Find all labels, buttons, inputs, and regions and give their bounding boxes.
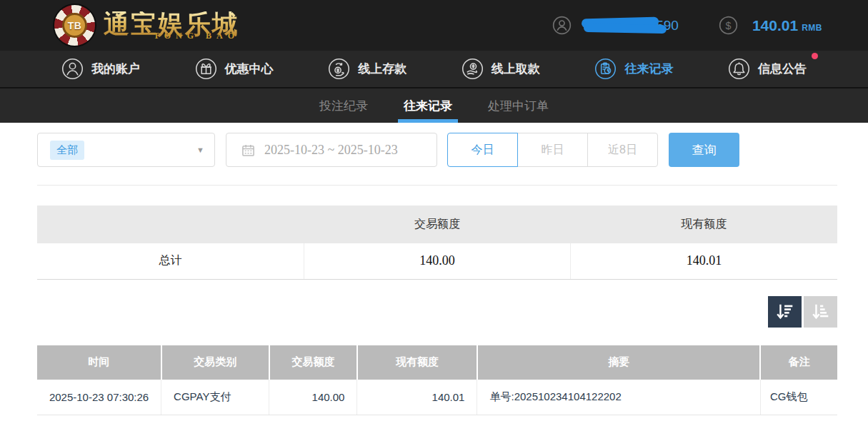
- record-note: CG钱包: [760, 380, 837, 415]
- site-logo[interactable]: TB 通宝娱乐城 TONG BAO: [54, 5, 239, 46]
- summary-current-amount: 140.01: [571, 243, 837, 279]
- sub-nav: 投注纪录 往来记录 处理中订单: [0, 87, 868, 123]
- main-nav: 我的账户 优惠中心 线上存款 线上取款: [0, 51, 868, 87]
- nav-item-transaction-records[interactable]: 往来记录: [594, 58, 673, 80]
- nav-item-promotions[interactable]: 优惠中心: [195, 58, 274, 80]
- type-select-value: 全部: [50, 141, 84, 160]
- bell-icon: [728, 58, 750, 80]
- account-area: 590 $ 140.01 RMB: [552, 16, 822, 35]
- chip-monogram: TB: [62, 13, 87, 38]
- summary-header-row: 交易额度 现有额度: [37, 206, 837, 243]
- summary-header-empty: [37, 206, 304, 243]
- records-header-note: 备注: [760, 345, 837, 380]
- notification-dot: [812, 53, 818, 59]
- tab-transaction-records[interactable]: 往来记录: [402, 88, 454, 123]
- search-button[interactable]: 查询: [669, 133, 739, 167]
- quick-range-group: 今日 昨日 近8日: [447, 133, 658, 167]
- record-type: CGPAY支付: [161, 380, 269, 415]
- records-header-type: 交易类别: [161, 345, 269, 380]
- range-last8days-button[interactable]: 近8日: [587, 133, 658, 167]
- user-icon: [61, 58, 84, 80]
- clipboard-clock-icon: [594, 58, 617, 80]
- sort-controls: [37, 296, 837, 328]
- top-bar: TB 通宝娱乐城 TONG BAO 590 $ 140.01 RMB: [0, 0, 868, 51]
- sort-descending-icon: [774, 301, 796, 323]
- nav-item-deposit[interactable]: 线上存款: [328, 58, 406, 80]
- user-circle-icon: [552, 16, 572, 35]
- record-trade-amount: 140.00: [269, 380, 357, 415]
- sort-ascending-icon: [810, 301, 832, 323]
- svg-text:$: $: [725, 20, 731, 31]
- username[interactable]: 590: [582, 17, 679, 34]
- dollar-circle-icon: $: [719, 16, 738, 35]
- records-header-current-amount: 现有额度: [357, 345, 477, 380]
- sort-descending-button[interactable]: [768, 296, 802, 328]
- summary-header-trade-amount: 交易额度: [304, 206, 570, 243]
- chevron-down-icon: ▼: [196, 146, 204, 154]
- records-table: 时间 交易类别 交易额度 现有额度 摘要 备注 2025-10-23 07:30…: [37, 345, 837, 416]
- summary-total-row: 总计 140.00 140.01: [37, 243, 837, 279]
- balance-amount: 140.01: [752, 17, 798, 34]
- summary-header-current-amount: 现有额度: [571, 206, 837, 243]
- gift-icon: [195, 58, 217, 80]
- nav-item-my-account[interactable]: 我的账户: [61, 58, 140, 80]
- calendar-icon: [241, 143, 255, 157]
- nav-item-withdraw[interactable]: 线上取款: [462, 58, 540, 80]
- tab-pending-orders[interactable]: 处理中订单: [487, 88, 550, 123]
- redacted-username: [582, 17, 659, 34]
- balance-currency: RMB: [802, 23, 822, 33]
- records-header-trade-amount: 交易额度: [269, 345, 357, 380]
- sort-ascending-button[interactable]: [804, 296, 837, 328]
- date-range-input[interactable]: 2025-10-23 ~ 2025-10-23: [226, 133, 437, 167]
- poker-chip-logo-icon: TB: [54, 5, 95, 46]
- tab-bet-records[interactable]: 投注纪录: [318, 88, 369, 123]
- summary-trade-amount: 140.00: [304, 243, 570, 279]
- deposit-hand-coin-icon: [328, 58, 350, 80]
- record-time: 2025-10-23 07:30:26: [37, 380, 161, 415]
- content: 全部 ▼ 2025-10-23 ~ 2025-10-23 今日 昨日 近8日 查…: [37, 133, 837, 415]
- records-header-row: 时间 交易类别 交易额度 现有额度 摘要 备注: [37, 345, 837, 380]
- withdraw-hand-coin-icon: [462, 58, 484, 80]
- divider: [37, 185, 837, 186]
- table-row: 2025-10-23 07:30:26 CGPAY支付 140.00 140.0…: [37, 380, 837, 415]
- filter-row: 全部 ▼ 2025-10-23 ~ 2025-10-23 今日 昨日 近8日 查…: [37, 133, 837, 167]
- date-range-value: 2025-10-23 ~ 2025-10-23: [264, 143, 398, 158]
- range-yesterday-button[interactable]: 昨日: [517, 133, 588, 167]
- balance[interactable]: 140.01 RMB: [752, 17, 822, 34]
- summary-total-label: 总计: [37, 243, 304, 279]
- summary-table: 交易额度 现有额度 总计 140.00 140.01: [37, 206, 837, 280]
- records-header-summary: 摘要: [477, 345, 760, 380]
- type-select[interactable]: 全部 ▼: [37, 133, 215, 167]
- record-current-amount: 140.01: [357, 380, 477, 415]
- record-summary: 单号:202510234104122202: [477, 380, 760, 415]
- range-today-button[interactable]: 今日: [447, 133, 518, 167]
- records-header-time: 时间: [37, 345, 161, 380]
- nav-item-announcements[interactable]: 信息公告: [728, 58, 807, 80]
